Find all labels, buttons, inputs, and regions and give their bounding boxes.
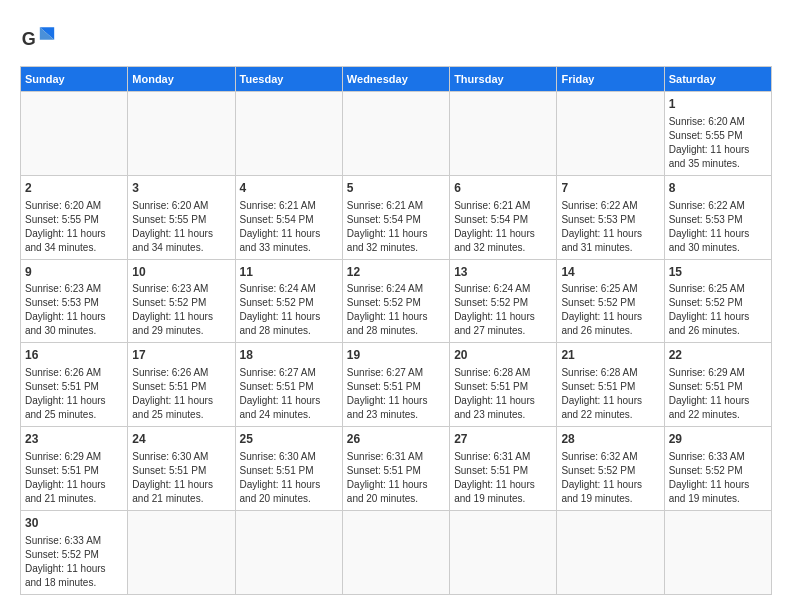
day-info: Sunrise: 6:28 AM Sunset: 5:51 PM Dayligh… bbox=[454, 367, 535, 420]
calendar-cell: 17Sunrise: 6:26 AM Sunset: 5:51 PM Dayli… bbox=[128, 343, 235, 427]
calendar-cell: 30Sunrise: 6:33 AM Sunset: 5:52 PM Dayli… bbox=[21, 510, 128, 594]
calendar-cell: 21Sunrise: 6:28 AM Sunset: 5:51 PM Dayli… bbox=[557, 343, 664, 427]
calendar-cell: 24Sunrise: 6:30 AM Sunset: 5:51 PM Dayli… bbox=[128, 427, 235, 511]
day-number: 10 bbox=[132, 264, 230, 281]
calendar-cell: 6Sunrise: 6:21 AM Sunset: 5:54 PM Daylig… bbox=[450, 175, 557, 259]
day-number: 20 bbox=[454, 347, 552, 364]
day-info: Sunrise: 6:23 AM Sunset: 5:52 PM Dayligh… bbox=[132, 283, 213, 336]
day-number: 6 bbox=[454, 180, 552, 197]
calendar-week-row: 30Sunrise: 6:33 AM Sunset: 5:52 PM Dayli… bbox=[21, 510, 772, 594]
logo: G bbox=[20, 20, 62, 56]
day-info: Sunrise: 6:25 AM Sunset: 5:52 PM Dayligh… bbox=[669, 283, 750, 336]
day-info: Sunrise: 6:33 AM Sunset: 5:52 PM Dayligh… bbox=[25, 535, 106, 588]
day-info: Sunrise: 6:27 AM Sunset: 5:51 PM Dayligh… bbox=[347, 367, 428, 420]
day-info: Sunrise: 6:21 AM Sunset: 5:54 PM Dayligh… bbox=[347, 200, 428, 253]
calendar-cell: 23Sunrise: 6:29 AM Sunset: 5:51 PM Dayli… bbox=[21, 427, 128, 511]
day-info: Sunrise: 6:20 AM Sunset: 5:55 PM Dayligh… bbox=[669, 116, 750, 169]
calendar-cell: 26Sunrise: 6:31 AM Sunset: 5:51 PM Dayli… bbox=[342, 427, 449, 511]
day-info: Sunrise: 6:32 AM Sunset: 5:52 PM Dayligh… bbox=[561, 451, 642, 504]
day-header-friday: Friday bbox=[557, 67, 664, 92]
day-info: Sunrise: 6:21 AM Sunset: 5:54 PM Dayligh… bbox=[454, 200, 535, 253]
day-info: Sunrise: 6:22 AM Sunset: 5:53 PM Dayligh… bbox=[561, 200, 642, 253]
calendar-cell: 1Sunrise: 6:20 AM Sunset: 5:55 PM Daylig… bbox=[664, 92, 771, 176]
calendar-cell: 3Sunrise: 6:20 AM Sunset: 5:55 PM Daylig… bbox=[128, 175, 235, 259]
calendar-cell: 22Sunrise: 6:29 AM Sunset: 5:51 PM Dayli… bbox=[664, 343, 771, 427]
day-info: Sunrise: 6:31 AM Sunset: 5:51 PM Dayligh… bbox=[347, 451, 428, 504]
calendar-week-row: 9Sunrise: 6:23 AM Sunset: 5:53 PM Daylig… bbox=[21, 259, 772, 343]
day-number: 26 bbox=[347, 431, 445, 448]
day-number: 23 bbox=[25, 431, 123, 448]
day-info: Sunrise: 6:24 AM Sunset: 5:52 PM Dayligh… bbox=[240, 283, 321, 336]
day-info: Sunrise: 6:22 AM Sunset: 5:53 PM Dayligh… bbox=[669, 200, 750, 253]
calendar-cell: 14Sunrise: 6:25 AM Sunset: 5:52 PM Dayli… bbox=[557, 259, 664, 343]
calendar-cell: 20Sunrise: 6:28 AM Sunset: 5:51 PM Dayli… bbox=[450, 343, 557, 427]
day-info: Sunrise: 6:23 AM Sunset: 5:53 PM Dayligh… bbox=[25, 283, 106, 336]
calendar-cell bbox=[450, 510, 557, 594]
calendar-cell: 16Sunrise: 6:26 AM Sunset: 5:51 PM Dayli… bbox=[21, 343, 128, 427]
calendar-cell bbox=[235, 510, 342, 594]
calendar-cell bbox=[664, 510, 771, 594]
calendar-cell bbox=[450, 92, 557, 176]
day-info: Sunrise: 6:29 AM Sunset: 5:51 PM Dayligh… bbox=[25, 451, 106, 504]
calendar-cell: 12Sunrise: 6:24 AM Sunset: 5:52 PM Dayli… bbox=[342, 259, 449, 343]
calendar-cell: 10Sunrise: 6:23 AM Sunset: 5:52 PM Dayli… bbox=[128, 259, 235, 343]
day-header-wednesday: Wednesday bbox=[342, 67, 449, 92]
day-number: 14 bbox=[561, 264, 659, 281]
calendar-cell: 15Sunrise: 6:25 AM Sunset: 5:52 PM Dayli… bbox=[664, 259, 771, 343]
day-number: 3 bbox=[132, 180, 230, 197]
calendar-cell: 25Sunrise: 6:30 AM Sunset: 5:51 PM Dayli… bbox=[235, 427, 342, 511]
calendar-cell: 29Sunrise: 6:33 AM Sunset: 5:52 PM Dayli… bbox=[664, 427, 771, 511]
day-header-monday: Monday bbox=[128, 67, 235, 92]
calendar-cell: 7Sunrise: 6:22 AM Sunset: 5:53 PM Daylig… bbox=[557, 175, 664, 259]
day-number: 7 bbox=[561, 180, 659, 197]
day-info: Sunrise: 6:24 AM Sunset: 5:52 PM Dayligh… bbox=[454, 283, 535, 336]
calendar-cell: 18Sunrise: 6:27 AM Sunset: 5:51 PM Dayli… bbox=[235, 343, 342, 427]
calendar-cell: 5Sunrise: 6:21 AM Sunset: 5:54 PM Daylig… bbox=[342, 175, 449, 259]
logo-icon: G bbox=[20, 20, 56, 56]
calendar-cell: 4Sunrise: 6:21 AM Sunset: 5:54 PM Daylig… bbox=[235, 175, 342, 259]
day-number: 2 bbox=[25, 180, 123, 197]
day-number: 9 bbox=[25, 264, 123, 281]
calendar-cell bbox=[342, 510, 449, 594]
calendar-cell: 8Sunrise: 6:22 AM Sunset: 5:53 PM Daylig… bbox=[664, 175, 771, 259]
day-number: 18 bbox=[240, 347, 338, 364]
calendar-cell: 28Sunrise: 6:32 AM Sunset: 5:52 PM Dayli… bbox=[557, 427, 664, 511]
day-header-sunday: Sunday bbox=[21, 67, 128, 92]
calendar-cell bbox=[235, 92, 342, 176]
day-info: Sunrise: 6:33 AM Sunset: 5:52 PM Dayligh… bbox=[669, 451, 750, 504]
day-number: 22 bbox=[669, 347, 767, 364]
day-number: 5 bbox=[347, 180, 445, 197]
day-info: Sunrise: 6:30 AM Sunset: 5:51 PM Dayligh… bbox=[132, 451, 213, 504]
svg-text:G: G bbox=[22, 29, 36, 49]
calendar-cell: 27Sunrise: 6:31 AM Sunset: 5:51 PM Dayli… bbox=[450, 427, 557, 511]
day-number: 29 bbox=[669, 431, 767, 448]
calendar-cell bbox=[557, 510, 664, 594]
page-header: G bbox=[20, 20, 772, 56]
day-number: 27 bbox=[454, 431, 552, 448]
day-info: Sunrise: 6:26 AM Sunset: 5:51 PM Dayligh… bbox=[25, 367, 106, 420]
calendar-cell: 19Sunrise: 6:27 AM Sunset: 5:51 PM Dayli… bbox=[342, 343, 449, 427]
day-number: 21 bbox=[561, 347, 659, 364]
day-info: Sunrise: 6:26 AM Sunset: 5:51 PM Dayligh… bbox=[132, 367, 213, 420]
calendar-week-row: 1Sunrise: 6:20 AM Sunset: 5:55 PM Daylig… bbox=[21, 92, 772, 176]
calendar-cell: 2Sunrise: 6:20 AM Sunset: 5:55 PM Daylig… bbox=[21, 175, 128, 259]
day-number: 15 bbox=[669, 264, 767, 281]
day-number: 11 bbox=[240, 264, 338, 281]
day-header-thursday: Thursday bbox=[450, 67, 557, 92]
day-number: 1 bbox=[669, 96, 767, 113]
day-number: 4 bbox=[240, 180, 338, 197]
day-info: Sunrise: 6:20 AM Sunset: 5:55 PM Dayligh… bbox=[132, 200, 213, 253]
calendar-cell: 13Sunrise: 6:24 AM Sunset: 5:52 PM Dayli… bbox=[450, 259, 557, 343]
day-info: Sunrise: 6:21 AM Sunset: 5:54 PM Dayligh… bbox=[240, 200, 321, 253]
day-info: Sunrise: 6:31 AM Sunset: 5:51 PM Dayligh… bbox=[454, 451, 535, 504]
calendar-week-row: 16Sunrise: 6:26 AM Sunset: 5:51 PM Dayli… bbox=[21, 343, 772, 427]
day-info: Sunrise: 6:25 AM Sunset: 5:52 PM Dayligh… bbox=[561, 283, 642, 336]
day-info: Sunrise: 6:27 AM Sunset: 5:51 PM Dayligh… bbox=[240, 367, 321, 420]
calendar-cell bbox=[557, 92, 664, 176]
day-header-tuesday: Tuesday bbox=[235, 67, 342, 92]
day-number: 8 bbox=[669, 180, 767, 197]
calendar-cell: 11Sunrise: 6:24 AM Sunset: 5:52 PM Dayli… bbox=[235, 259, 342, 343]
calendar-cell bbox=[128, 510, 235, 594]
day-number: 12 bbox=[347, 264, 445, 281]
day-info: Sunrise: 6:24 AM Sunset: 5:52 PM Dayligh… bbox=[347, 283, 428, 336]
